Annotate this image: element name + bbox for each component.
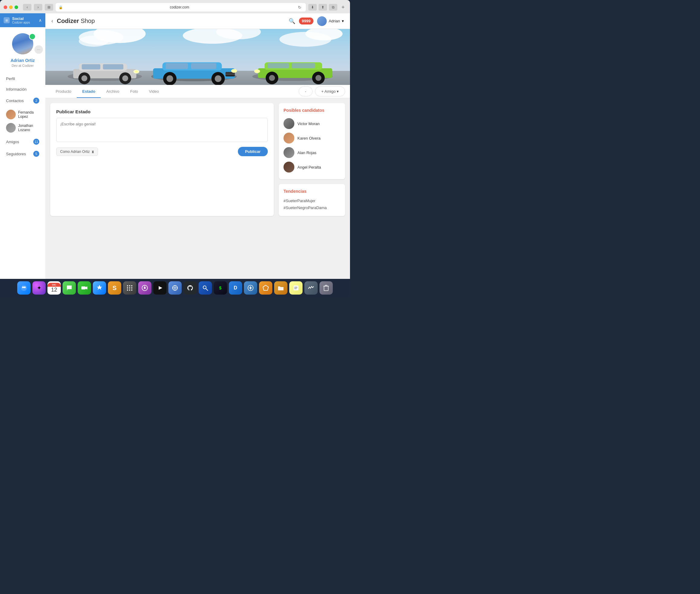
dock-safari[interactable]: [244, 281, 257, 295]
new-tab-button[interactable]: +: [340, 4, 346, 10]
candidate-alan[interactable]: Alan Rojas: [284, 145, 340, 160]
svg-point-46: [24, 287, 26, 288]
url-text: codizer.com: [65, 5, 294, 9]
sidebar-item-informacion[interactable]: Información: [0, 84, 45, 95]
dock-dash[interactable]: D: [229, 281, 242, 295]
back-nav-button[interactable]: ‹: [23, 4, 31, 10]
right-sidebar: Posibles candidatos Victor Moran Karen O…: [279, 103, 345, 216]
svg-rect-37: [267, 63, 289, 68]
contact-name: Fernanda Lopez: [18, 110, 39, 119]
dock-proxy[interactable]: [168, 281, 182, 295]
sidebar-nav-bottom: Amigos 11 Seguidores 5: [0, 134, 45, 161]
profile-description: Dev at Codizer: [12, 64, 34, 67]
tab-foto[interactable]: Foto: [125, 85, 144, 98]
sidebar-item-perfil[interactable]: Perfil: [0, 73, 45, 84]
remove-friend-button[interactable]: -: [298, 87, 313, 96]
candidate-angel[interactable]: Angel Peralta: [284, 160, 340, 174]
candidate-avatar: [284, 118, 294, 129]
dock-calendar[interactable]: DIC 12: [47, 281, 61, 295]
svg-point-54: [131, 287, 132, 289]
app-back-button[interactable]: ‹: [52, 18, 53, 24]
candidate-victor[interactable]: Victor Moran: [284, 116, 340, 131]
dock-activity-monitor[interactable]: [305, 281, 318, 295]
svg-rect-32: [225, 74, 235, 75]
sidebar-toggle-button[interactable]: ⊞: [45, 4, 53, 10]
maximize-button[interactable]: [14, 5, 18, 9]
close-button[interactable]: [4, 5, 7, 9]
dock-messages[interactable]: [63, 281, 76, 295]
candidate-name: Karen Olvera: [297, 136, 321, 140]
svg-point-52: [127, 287, 128, 289]
post-textarea[interactable]: [56, 118, 268, 142]
dock-sublime[interactable]: S: [108, 281, 121, 295]
dock-sketch[interactable]: [259, 281, 272, 295]
svg-marker-69: [263, 285, 268, 290]
candidate-avatar: [284, 147, 294, 158]
online-status-badge: [29, 33, 36, 40]
dock-terminal[interactable]: $: [214, 281, 227, 295]
svg-marker-68: [248, 286, 253, 290]
sidebar-item-contactos[interactable]: Contactos 2: [0, 95, 45, 107]
address-bar[interactable]: 🔒 codizer.com ↻: [56, 3, 306, 11]
svg-point-59: [144, 287, 146, 289]
header-search-button[interactable]: 🔍: [289, 18, 295, 25]
dock-keypassx[interactable]: [198, 281, 212, 295]
minimize-button[interactable]: [9, 5, 13, 9]
notifications-badge[interactable]: 9999: [299, 18, 314, 25]
candidates-section: Posibles candidatos Victor Moran Karen O…: [279, 103, 345, 179]
trend-1[interactable]: #SueterParaMujer: [284, 197, 340, 204]
dock-notes[interactable]: [289, 281, 303, 295]
dock-github[interactable]: [184, 281, 197, 295]
sidebar-navigation: Perfil Información Contactos 2: [0, 72, 45, 108]
browser-content: ⊞ Social Codizer apps ∧ ··· Adrian Ortiz…: [0, 13, 350, 279]
candidate-karen[interactable]: Karen Olvera: [284, 131, 340, 145]
more-options-button[interactable]: ···: [34, 45, 43, 54]
svg-point-33: [231, 69, 237, 72]
dock-facetime[interactable]: [78, 281, 91, 295]
reload-button[interactable]: ↻: [296, 4, 303, 10]
tab-video[interactable]: Video: [144, 85, 164, 98]
post-section: Publicar Estado Como Adrian Ortiz ⧗ Publ…: [50, 103, 274, 216]
svg-marker-48: [86, 287, 87, 290]
dock-folder[interactable]: [274, 281, 287, 295]
sidebar-item-seguidores[interactable]: Seguidores 5: [0, 148, 45, 160]
svg-point-16: [81, 75, 87, 81]
dock-trash[interactable]: [319, 281, 333, 295]
dock-podcasts[interactable]: [138, 281, 152, 295]
sidebar-item-amigos[interactable]: Amigos 11: [0, 136, 45, 148]
candidate-avatar: [284, 133, 294, 143]
post-as-label: Como Adrian Ortiz: [60, 150, 90, 154]
contact-fernanda[interactable]: Fernanda Lopez: [4, 108, 42, 121]
tab-estado[interactable]: Estado: [77, 85, 101, 98]
trend-2[interactable]: #SueterNegroParaDama: [284, 204, 340, 211]
dock-launchpad[interactable]: [123, 281, 136, 295]
post-section-title: Publicar Estado: [56, 109, 268, 114]
social-sidebar: ⊞ Social Codizer apps ∧ ··· Adrian Ortiz…: [0, 13, 45, 279]
user-menu-button[interactable]: Adrian ▾: [317, 16, 344, 26]
share-button[interactable]: ⬆: [319, 4, 327, 10]
post-as-selector[interactable]: Como Adrian Ortiz ⧗: [56, 147, 98, 156]
svg-rect-74: [324, 286, 328, 291]
svg-point-43: [254, 69, 260, 73]
dock-appletv[interactable]: [153, 281, 166, 295]
contacts-list: Fernanda Lopez Jonathan Lozano: [0, 108, 45, 134]
tab-producto[interactable]: Producto: [50, 85, 77, 98]
sidebar-item-label: Contactos: [6, 99, 24, 103]
forward-nav-button[interactable]: ›: [34, 4, 42, 10]
app-title: Codizer Shop: [57, 18, 95, 25]
download-button[interactable]: ⬇: [308, 4, 317, 10]
publish-button[interactable]: Publicar: [238, 147, 268, 156]
add-friend-button[interactable]: + Amigo ▾: [315, 87, 345, 96]
svg-point-53: [129, 287, 130, 289]
candidates-title: Posibles candidatos: [284, 108, 340, 113]
dock-appstore[interactable]: [93, 281, 106, 295]
svg-point-50: [129, 285, 130, 287]
collapse-sidebar-button[interactable]: ∧: [39, 18, 42, 23]
tabs-button[interactable]: ⧉: [329, 4, 337, 10]
user-name-label: Adrian: [328, 19, 340, 23]
tab-archivo[interactable]: Archivo: [101, 85, 125, 98]
contact-jonathan[interactable]: Jonathan Lozano: [4, 121, 42, 134]
dock-siri[interactable]: ✦: [32, 281, 45, 295]
dock-finder[interactable]: [17, 281, 31, 295]
tendencias-section: Tendencias #SueterParaMujer #SueterNegro…: [279, 184, 345, 216]
